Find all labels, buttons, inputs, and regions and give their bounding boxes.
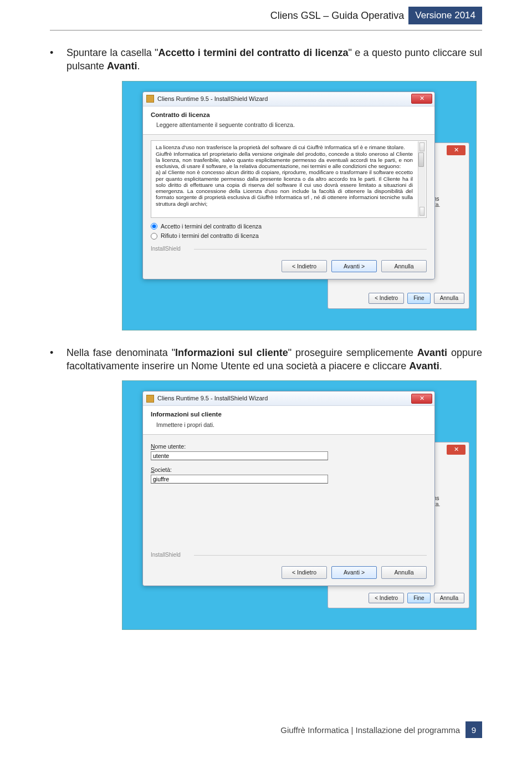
radio-label: Rifiuto i termini del contratto di licen… (161, 232, 259, 240)
input-company[interactable] (151, 475, 328, 484)
next-button[interactable]: Avanti > (331, 260, 377, 272)
page-footer: Giuffrè Informatica | Installazione del … (280, 721, 482, 738)
wizard-license: Cliens Runtime 9.5 - InstallShield Wizar… (142, 91, 435, 280)
field-username: NNome utente:ome utente: (151, 442, 427, 460)
wizard-subheading: Immettere i propri dati. (151, 421, 427, 429)
wizard-footer: < Indietro Avanti > Annulla (143, 255, 434, 279)
back-button[interactable]: < Indietro (282, 260, 327, 272)
close-icon[interactable]: ✕ (411, 94, 432, 104)
txt: Nella fase denominata " (66, 347, 175, 358)
fine-button[interactable]: Fine (407, 593, 430, 604)
radio-reject-input[interactable] (151, 233, 157, 240)
radio-accept-input[interactable] (151, 223, 157, 230)
bg-buttons: < Indietro Fine Annulla (369, 293, 464, 304)
cancel-button[interactable]: Annulla (434, 593, 464, 604)
installshield-label: InstallShield (143, 245, 434, 255)
page-header: Cliens GSL – Guida Operativa Versione 20… (0, 0, 532, 28)
txt: . (137, 60, 140, 72)
txt-bold: Avanti (409, 360, 439, 372)
back-button[interactable]: < Indietro (369, 293, 404, 304)
cancel-button[interactable]: Annulla (434, 293, 464, 304)
radio-label: Accetto i termini del contratto di licen… (161, 222, 262, 230)
bullet-2-text: Nella fase denominata "Informazioni sul … (66, 346, 482, 373)
bg-buttons: < Indietro Fine Annulla (369, 593, 464, 604)
app-icon (146, 395, 154, 403)
bullet-1-text: Spuntare la casella "Accetto i termini d… (66, 46, 482, 73)
wizard-heading: Informazioni sul cliente (151, 410, 427, 419)
close-icon[interactable]: ✕ (411, 394, 432, 404)
content: • Spuntare la casella "Accetto i termini… (0, 30, 532, 630)
back-button[interactable]: < Indietro (282, 566, 327, 578)
txt: " proseguire semplicemente (288, 347, 417, 358)
bullet-dot: • (50, 346, 66, 373)
txt: . (439, 360, 442, 372)
wizard-subheading: Leggere attentamente il seguente contrat… (151, 121, 427, 129)
txt-bold: Informazioni sul cliente (175, 347, 288, 358)
wizard-heading: Contratto di licenza (151, 111, 427, 120)
radio-accept[interactable]: Accetto i termini del contratto di licen… (151, 222, 427, 230)
wizard-body: NNome utente:ome utente: Società:Società… (143, 435, 434, 551)
eula-textbox[interactable]: La licenza d'uso non trasferisce la prop… (151, 140, 427, 218)
label-company: Società:Società: (151, 466, 427, 474)
scrollbar-thumb[interactable] (418, 152, 424, 167)
radio-reject[interactable]: Rifiuto i termini del contratto di licen… (151, 232, 427, 240)
screenshot-license: ✕ liens data. < Indietro Fine Annulla Cl… (122, 81, 477, 330)
wizard-body: La licenza d'uso non trasferisce la prop… (143, 135, 434, 245)
label-username: NNome utente:ome utente: (151, 442, 427, 450)
fine-button[interactable]: Fine (407, 293, 430, 304)
next-button[interactable]: Avanti > (331, 566, 377, 578)
wizard-header: Contratto di licenza Leggere attentament… (143, 106, 434, 135)
close-icon[interactable]: ✕ (447, 445, 466, 455)
window-title: Cliens Runtime 9.5 - InstallShield Wizar… (157, 394, 268, 403)
doc-title: Cliens GSL – Guida Operativa (270, 10, 404, 22)
txt-bold: Avanti (107, 60, 137, 72)
txt: Spuntare la casella " (66, 47, 158, 58)
field-company: Società:Società: (151, 466, 427, 484)
scrollbar[interactable] (418, 141, 426, 217)
cancel-button[interactable]: Annulla (381, 260, 427, 272)
bullet-2: • Nella fase denominata "Informazioni su… (50, 346, 482, 373)
back-button[interactable]: < Indietro (369, 593, 404, 604)
eula-text: La licenza d'uso non trasferisce la prop… (156, 144, 422, 207)
installshield-label: InstallShield (143, 551, 434, 561)
app-icon (146, 95, 154, 103)
txt-bold: Avanti (417, 347, 447, 358)
wizard-footer: < Indietro Avanti > Annulla (143, 561, 434, 585)
input-username[interactable] (151, 451, 328, 460)
window-title: Cliens Runtime 9.5 - InstallShield Wizar… (157, 95, 268, 103)
bullet-dot: • (50, 46, 66, 73)
screenshot-customer: ✕ liens data. < Indietro Fine Annulla Cl… (122, 380, 477, 630)
version-badge: Versione 2014 (408, 7, 482, 24)
radio-group: Accetto i termini del contratto di licen… (151, 222, 427, 240)
wizard-header: Informazioni sul cliente Immettere i pro… (143, 406, 434, 435)
titlebar: Cliens Runtime 9.5 - InstallShield Wizar… (143, 92, 434, 106)
page-number: 9 (466, 721, 482, 738)
titlebar: Cliens Runtime 9.5 - InstallShield Wizar… (143, 391, 434, 406)
footer-text: Giuffrè Informatica | Installazione del … (280, 725, 460, 735)
bullet-1: • Spuntare la casella "Accetto i termini… (50, 46, 482, 73)
txt-bold: Accetto i termini del contratto di licen… (158, 47, 348, 58)
close-icon[interactable]: ✕ (447, 145, 466, 155)
wizard-customer: Cliens Runtime 9.5 - InstallShield Wizar… (142, 391, 435, 586)
cancel-button[interactable]: Annulla (381, 566, 427, 578)
